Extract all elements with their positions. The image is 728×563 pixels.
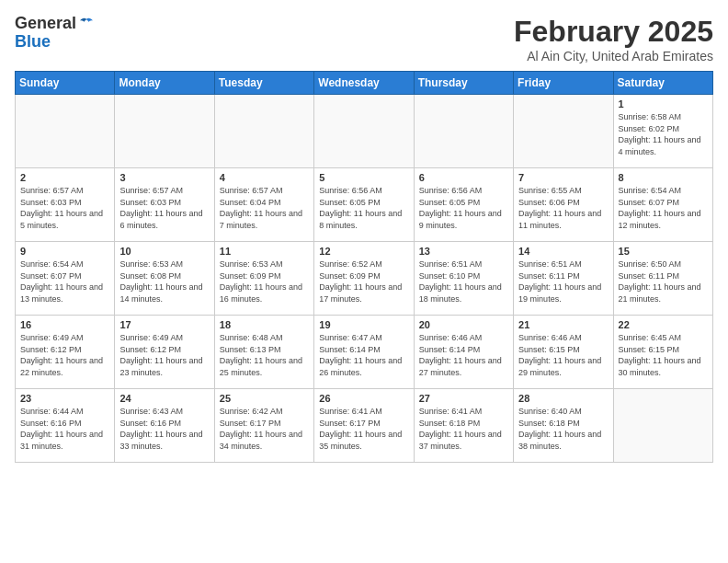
day-number: 28 [518, 393, 608, 404]
calendar-cell: 13Sunrise: 6:51 AM Sunset: 6:10 PM Dayli… [414, 242, 513, 316]
logo-blue-text: Blue [15, 33, 95, 52]
day-number: 10 [119, 246, 209, 257]
calendar-cell: 8Sunrise: 6:54 AM Sunset: 6:07 PM Daylig… [613, 168, 712, 242]
day-info: Sunrise: 6:41 AM Sunset: 6:17 PM Dayligh… [319, 406, 408, 452]
day-number: 15 [619, 246, 708, 257]
day-info: Sunrise: 6:40 AM Sunset: 6:18 PM Dayligh… [518, 406, 608, 452]
day-info: Sunrise: 6:57 AM Sunset: 6:03 PM Dayligh… [119, 185, 209, 231]
calendar-cell: 9Sunrise: 6:54 AM Sunset: 6:07 PM Daylig… [16, 242, 115, 316]
day-info: Sunrise: 6:44 AM Sunset: 6:16 PM Dayligh… [20, 406, 109, 452]
logo-general-text: General [15, 15, 76, 33]
day-info: Sunrise: 6:57 AM Sunset: 6:03 PM Dayligh… [20, 185, 109, 231]
day-info: Sunrise: 6:49 AM Sunset: 6:12 PM Dayligh… [20, 332, 109, 378]
calendar-cell: 12Sunrise: 6:52 AM Sunset: 6:09 PM Dayli… [314, 242, 414, 316]
calendar-cell: 10Sunrise: 6:53 AM Sunset: 6:08 PM Dayli… [115, 242, 214, 316]
calendar-cell [16, 95, 115, 168]
day-number: 13 [419, 246, 508, 257]
day-info: Sunrise: 6:51 AM Sunset: 6:10 PM Dayligh… [419, 259, 508, 304]
calendar-cell: 19Sunrise: 6:47 AM Sunset: 6:14 PM Dayli… [314, 316, 414, 389]
calendar-cell: 27Sunrise: 6:41 AM Sunset: 6:18 PM Dayli… [414, 389, 513, 463]
logo: General Blue [15, 15, 95, 52]
day-number: 23 [20, 393, 109, 404]
calendar-cell: 7Sunrise: 6:55 AM Sunset: 6:06 PM Daylig… [514, 168, 613, 242]
day-number: 17 [119, 319, 209, 330]
day-number: 7 [518, 172, 608, 183]
day-number: 3 [119, 172, 209, 183]
day-number: 25 [220, 393, 309, 404]
day-info: Sunrise: 6:49 AM Sunset: 6:12 PM Dayligh… [119, 332, 209, 378]
page-header: General Blue February 2025 Al Ain City, … [15, 15, 713, 63]
day-number: 11 [220, 246, 309, 257]
day-number: 5 [319, 172, 408, 183]
weekday-header-tuesday: Tuesday [214, 72, 313, 95]
day-info: Sunrise: 6:42 AM Sunset: 6:17 PM Dayligh… [220, 406, 309, 452]
day-info: Sunrise: 6:54 AM Sunset: 6:07 PM Dayligh… [619, 185, 708, 231]
calendar-cell: 6Sunrise: 6:56 AM Sunset: 6:05 PM Daylig… [414, 168, 513, 242]
weekday-header-thursday: Thursday [414, 72, 513, 95]
day-number: 19 [319, 319, 408, 330]
weekday-header-friday: Friday [514, 72, 613, 95]
day-info: Sunrise: 6:52 AM Sunset: 6:09 PM Dayligh… [319, 259, 408, 304]
calendar-cell: 17Sunrise: 6:49 AM Sunset: 6:12 PM Dayli… [115, 316, 214, 389]
day-number: 18 [220, 319, 309, 330]
day-number: 1 [619, 98, 708, 109]
day-info: Sunrise: 6:55 AM Sunset: 6:06 PM Dayligh… [518, 185, 608, 231]
calendar-cell: 1Sunrise: 6:58 AM Sunset: 6:02 PM Daylig… [613, 95, 712, 168]
calendar-cell: 4Sunrise: 6:57 AM Sunset: 6:04 PM Daylig… [214, 168, 313, 242]
weekday-header-sunday: Sunday [16, 72, 115, 95]
calendar-cell [514, 95, 613, 168]
calendar-cell: 18Sunrise: 6:48 AM Sunset: 6:13 PM Dayli… [214, 316, 313, 389]
calendar-cell: 15Sunrise: 6:50 AM Sunset: 6:11 PM Dayli… [613, 242, 712, 316]
calendar-cell: 5Sunrise: 6:56 AM Sunset: 6:05 PM Daylig… [314, 168, 414, 242]
weekday-header-monday: Monday [115, 72, 214, 95]
calendar-cell: 24Sunrise: 6:43 AM Sunset: 6:16 PM Dayli… [115, 389, 214, 463]
day-info: Sunrise: 6:53 AM Sunset: 6:08 PM Dayligh… [119, 259, 209, 304]
calendar-cell [414, 95, 513, 168]
day-info: Sunrise: 6:53 AM Sunset: 6:09 PM Dayligh… [220, 259, 309, 304]
title-block: February 2025 Al Ain City, United Arab E… [514, 15, 713, 63]
day-number: 16 [20, 319, 109, 330]
day-info: Sunrise: 6:50 AM Sunset: 6:11 PM Dayligh… [619, 259, 708, 304]
day-number: 9 [20, 246, 109, 257]
day-number: 27 [419, 393, 508, 404]
day-info: Sunrise: 6:47 AM Sunset: 6:14 PM Dayligh… [319, 332, 408, 378]
day-number: 14 [518, 246, 608, 257]
calendar-cell: 28Sunrise: 6:40 AM Sunset: 6:18 PM Dayli… [514, 389, 613, 463]
day-info: Sunrise: 6:46 AM Sunset: 6:14 PM Dayligh… [419, 332, 508, 378]
weekday-header-saturday: Saturday [613, 72, 712, 95]
calendar-cell: 20Sunrise: 6:46 AM Sunset: 6:14 PM Dayli… [414, 316, 513, 389]
day-info: Sunrise: 6:43 AM Sunset: 6:16 PM Dayligh… [119, 406, 209, 452]
calendar-cell: 2Sunrise: 6:57 AM Sunset: 6:03 PM Daylig… [16, 168, 115, 242]
logo-bird-icon [78, 17, 95, 30]
day-number: 8 [619, 172, 708, 183]
calendar-cell: 16Sunrise: 6:49 AM Sunset: 6:12 PM Dayli… [16, 316, 115, 389]
calendar-cell: 22Sunrise: 6:45 AM Sunset: 6:15 PM Dayli… [613, 316, 712, 389]
day-info: Sunrise: 6:41 AM Sunset: 6:18 PM Dayligh… [419, 406, 508, 452]
day-info: Sunrise: 6:45 AM Sunset: 6:15 PM Dayligh… [619, 332, 708, 378]
calendar-table: SundayMondayTuesdayWednesdayThursdayFrid… [15, 71, 713, 463]
day-number: 6 [419, 172, 508, 183]
calendar-cell: 14Sunrise: 6:51 AM Sunset: 6:11 PM Dayli… [514, 242, 613, 316]
calendar-cell [613, 389, 712, 463]
day-number: 4 [220, 172, 309, 183]
weekday-header-wednesday: Wednesday [314, 72, 414, 95]
day-number: 24 [119, 393, 209, 404]
day-number: 2 [20, 172, 109, 183]
day-number: 12 [319, 246, 408, 257]
day-number: 22 [619, 319, 708, 330]
calendar-cell: 23Sunrise: 6:44 AM Sunset: 6:16 PM Dayli… [16, 389, 115, 463]
calendar-cell [115, 95, 214, 168]
calendar-cell: 26Sunrise: 6:41 AM Sunset: 6:17 PM Dayli… [314, 389, 414, 463]
day-info: Sunrise: 6:57 AM Sunset: 6:04 PM Dayligh… [220, 185, 309, 231]
calendar-cell [214, 95, 313, 168]
calendar-cell [314, 95, 414, 168]
day-info: Sunrise: 6:48 AM Sunset: 6:13 PM Dayligh… [220, 332, 309, 378]
day-info: Sunrise: 6:51 AM Sunset: 6:11 PM Dayligh… [518, 259, 608, 304]
day-number: 20 [419, 319, 508, 330]
month-title: February 2025 [514, 15, 713, 49]
day-info: Sunrise: 6:54 AM Sunset: 6:07 PM Dayligh… [20, 259, 109, 304]
day-number: 21 [518, 319, 608, 330]
calendar-cell: 25Sunrise: 6:42 AM Sunset: 6:17 PM Dayli… [214, 389, 313, 463]
day-info: Sunrise: 6:56 AM Sunset: 6:05 PM Dayligh… [319, 185, 408, 231]
day-info: Sunrise: 6:56 AM Sunset: 6:05 PM Dayligh… [419, 185, 508, 231]
